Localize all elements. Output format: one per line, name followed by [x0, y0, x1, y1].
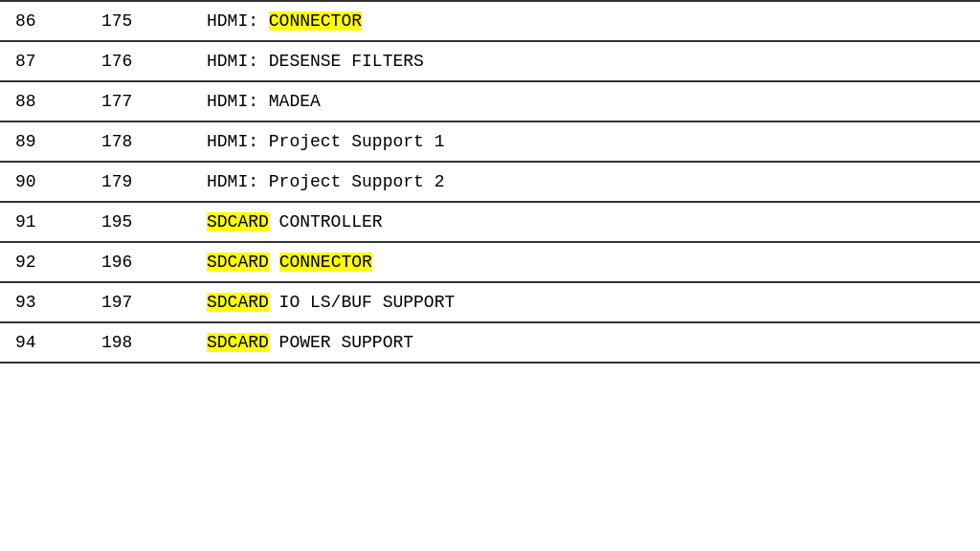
row-id: 175 [86, 1, 191, 41]
table-row: 92196SDCARD CONNECTOR [0, 242, 980, 282]
row-id: 179 [86, 162, 191, 202]
row-id: 195 [86, 202, 191, 242]
row-description: HDMI: Project Support 1 [191, 121, 980, 162]
row-id: 176 [86, 41, 191, 81]
table-row: 88177HDMI: MADEA [0, 81, 980, 121]
table-row: 87176HDMI: DESENSE FILTERS [0, 41, 980, 81]
row-id: 197 [86, 282, 191, 322]
highlighted-text: CONNECTOR [279, 253, 372, 272]
row-number: 87 [0, 41, 86, 81]
row-description: HDMI: DESENSE FILTERS [191, 41, 980, 81]
row-description: HDMI: CONNECTOR [191, 1, 980, 41]
highlighted-text: SDCARD [207, 253, 269, 272]
highlighted-text: SDCARD [207, 212, 269, 231]
row-number: 93 [0, 282, 86, 322]
row-description: SDCARD IO LS/BUF SUPPORT [191, 282, 980, 322]
row-description: HDMI: Project Support 2 [191, 162, 980, 202]
row-number: 88 [0, 81, 86, 121]
table-row: 91195SDCARD CONTROLLER [0, 202, 980, 242]
row-id: 177 [86, 81, 191, 121]
row-number: 90 [0, 162, 86, 202]
row-description: SDCARD POWER SUPPORT [191, 322, 980, 363]
row-id: 198 [86, 322, 191, 363]
row-number: 89 [0, 121, 86, 162]
row-number: 91 [0, 202, 86, 242]
highlighted-text: CONNECTOR [269, 11, 362, 31]
row-description: SDCARD CONNECTOR [191, 242, 980, 282]
main-table: 86175HDMI: CONNECTOR87176HDMI: DESENSE F… [0, 0, 980, 364]
table-row: 94198SDCARD POWER SUPPORT [0, 322, 980, 363]
row-id: 178 [86, 121, 191, 162]
table-row: 90179HDMI: Project Support 2 [0, 162, 980, 202]
table-row: 89178HDMI: Project Support 1 [0, 121, 980, 162]
table-row: 86175HDMI: CONNECTOR [0, 1, 980, 41]
row-description: SDCARD CONTROLLER [191, 202, 980, 242]
highlighted-text: SDCARD [207, 333, 269, 352]
row-id: 196 [86, 242, 191, 282]
row-number: 92 [0, 242, 86, 282]
row-number: 86 [0, 1, 86, 41]
table-row: 93197SDCARD IO LS/BUF SUPPORT [0, 282, 980, 322]
row-number: 94 [0, 322, 86, 363]
highlighted-text: SDCARD [207, 293, 269, 312]
row-description: HDMI: MADEA [191, 81, 980, 121]
